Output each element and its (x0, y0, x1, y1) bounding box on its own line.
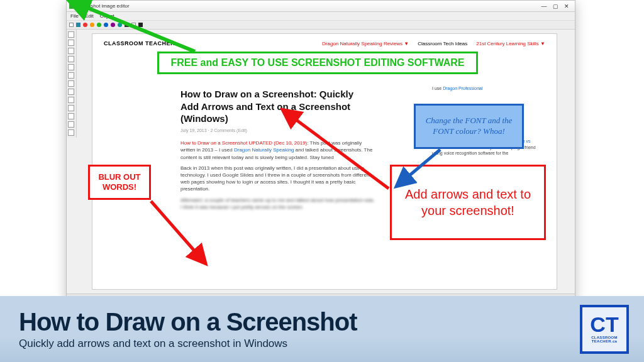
minimize-button[interactable]: — (538, 3, 550, 9)
editor-window: Greenshot image editor — ▢ ✕ File Edit O… (66, 0, 575, 302)
main-toolbar (67, 21, 575, 30)
nav-tech[interactable]: Classroom Tech Ideas (418, 41, 467, 47)
annotation-red-text: Add arrows and text to your screenshot! (397, 186, 539, 219)
tool-arrow-icon[interactable] (68, 64, 74, 70)
tool-blur-icon[interactable] (68, 89, 74, 95)
bottom-banner: How to Draw on a Screenshot Quickly add … (0, 296, 644, 362)
side-lead: I use (432, 86, 443, 90)
titlebar: Greenshot image editor — ▢ ✕ (67, 1, 575, 12)
nav-links: Dragon Naturally Speaking Reviews ▼ Clas… (322, 41, 545, 47)
app-title: Greenshot image editor (77, 3, 130, 9)
tool-select-icon[interactable] (68, 31, 74, 38)
color-red-icon[interactable] (83, 23, 87, 27)
tool-new-icon[interactable] (69, 23, 74, 27)
color-purple-icon[interactable] (111, 23, 115, 27)
menu-object[interactable]: Object (100, 13, 114, 19)
tool-text-icon[interactable] (68, 72, 74, 79)
tool-counter-icon[interactable] (68, 105, 74, 111)
ct-logo: CT CLASSROOM TEACHER.ca (580, 305, 629, 354)
annotation-blue-box[interactable]: Change the FONT and the FONT colour? Who… (414, 104, 524, 149)
tool-crop-icon[interactable] (68, 97, 74, 103)
side-lead-link[interactable]: Dragon Professional (443, 86, 482, 90)
annotation-green-box[interactable]: FREE and EASY TO USE SCREENSHOT EDITING … (157, 52, 478, 74)
ct-logo-line1: CLASSROOM (591, 336, 618, 339)
menu-file[interactable]: File (70, 13, 79, 19)
tool-rect-icon[interactable] (68, 40, 74, 46)
tool-eraser-icon[interactable] (68, 129, 74, 136)
color-blue-icon[interactable] (104, 23, 108, 27)
tool-highlight-icon[interactable] (68, 80, 74, 87)
menu-edit[interactable]: Edit (85, 13, 94, 19)
tool-ellipse-icon[interactable] (68, 48, 74, 54)
annotation-blur-text: BLUR OUT WORDS! (95, 172, 144, 192)
nav-skills[interactable]: 21st Century Learning Skills ▼ (476, 41, 545, 47)
app-icon (69, 4, 74, 9)
color-orange-icon[interactable] (90, 23, 94, 27)
color-black-icon[interactable] (125, 23, 129, 27)
ct-logo-big: CT (590, 315, 618, 334)
menubar: File Edit Object (67, 12, 575, 21)
site-title: CLASSROOM TEACHER (104, 40, 175, 47)
p1-lead: How to Draw on a Screenshot UPDATED (Dec… (180, 140, 309, 146)
annotation-blue-text: Change the FONT and the FONT colour? Who… (421, 116, 517, 137)
close-button[interactable]: ✕ (561, 3, 572, 9)
banner-title: How to Draw on a Screenshot (19, 308, 357, 336)
nav-reviews[interactable]: Dragon Naturally Speaking Reviews ▼ (322, 41, 409, 47)
ct-logo-line2: TEACHER.ca (591, 339, 618, 343)
tool-b-icon[interactable] (138, 23, 143, 27)
color-teal-icon[interactable] (118, 23, 122, 27)
annotation-green-text: FREE and EASY TO USE SCREENSHOT EDITING … (170, 57, 464, 69)
side-toolbar (67, 30, 77, 138)
tool-pen-icon[interactable] (68, 121, 74, 128)
page-header: CLASSROOM TEACHER Dragon Naturally Speak… (92, 34, 557, 53)
annotation-blur-box[interactable]: BLUR OUT WORDS! (88, 165, 151, 200)
p1-link[interactable]: Dragon Naturally Speaking (234, 147, 294, 153)
annotation-red-box[interactable]: Add arrows and text to your screenshot! (390, 165, 546, 240)
tool-line-icon[interactable] (68, 56, 74, 62)
article-title: How to Draw on a Screenshot: Quickly Add… (180, 88, 357, 125)
tool-a-icon[interactable] (131, 23, 136, 27)
banner-subtitle: Quickly add arrows and text on a screens… (19, 337, 357, 350)
paragraph-blurred: Afterward, a couple of teachers came up … (180, 197, 375, 211)
color-green-icon[interactable] (97, 23, 101, 27)
tool-save-icon[interactable] (76, 23, 80, 27)
paragraph-2: Back in 2013 when this post was original… (180, 165, 375, 193)
paragraph-1: How to Draw on a Screenshot UPDATED (Dec… (180, 140, 375, 161)
tool-speech-icon[interactable] (68, 113, 74, 119)
maximize-button[interactable]: ▢ (550, 3, 561, 9)
